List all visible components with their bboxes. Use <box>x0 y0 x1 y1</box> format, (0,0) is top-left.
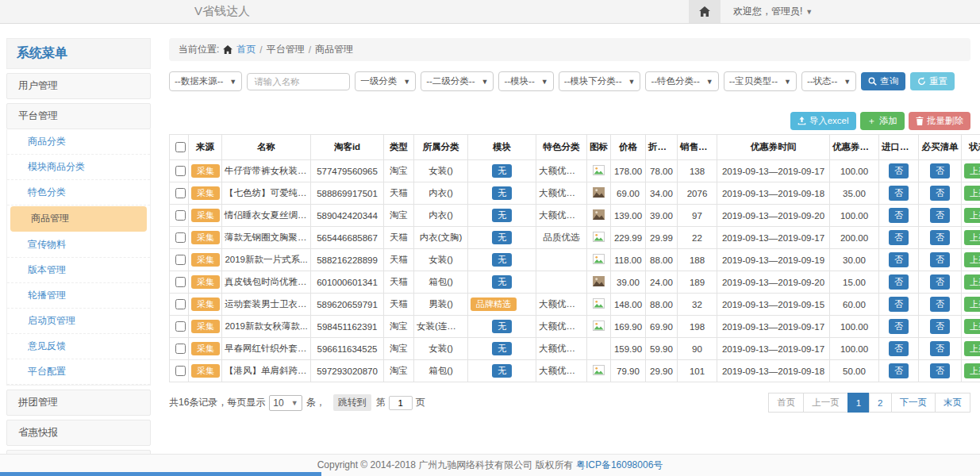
item-type-select[interactable]: --宝贝类型--▼ <box>724 71 797 91</box>
query-button[interactable]: 查询 <box>861 72 905 90</box>
sidebar-subitem-商品管理[interactable]: 商品管理 <box>10 206 147 232</box>
module-subcategory-select[interactable]: --模块下分类--▼ <box>559 71 641 91</box>
sidebar-subitem-特色分类[interactable]: 特色分类 <box>7 180 150 205</box>
page-button-首页[interactable]: 首页 <box>768 393 804 413</box>
column-header-特色分类: 特色分类 <box>536 135 587 160</box>
import-pick-toggle[interactable]: 否 <box>889 208 909 222</box>
page-button-上一页[interactable]: 上一页 <box>803 393 848 413</box>
must-buy-toggle[interactable]: 否 <box>930 230 950 244</box>
sidebar-subitem-宣传物料[interactable]: 宣传物料 <box>7 232 150 258</box>
data-source-select[interactable]: --数据来源--▼ <box>169 71 242 91</box>
must-buy-toggle[interactable]: 否 <box>930 252 950 267</box>
user-menu[interactable]: 欢迎您，管理员!▼ <box>721 5 813 18</box>
import-pick-toggle[interactable]: 否 <box>889 163 909 178</box>
row-checkbox[interactable] <box>175 299 186 309</box>
breadcrumb-home-link[interactable]: 首页 <box>236 43 256 56</box>
must-buy-toggle[interactable]: 否 <box>930 274 950 289</box>
module-select[interactable]: --模块--▼ <box>498 71 553 91</box>
horizontal-scrollbar-thumb[interactable] <box>0 472 321 476</box>
row-checkbox[interactable] <box>175 344 186 354</box>
must-buy-toggle[interactable]: 否 <box>930 186 950 200</box>
row-checkbox[interactable] <box>175 366 186 376</box>
sidebar-subitem-平台配置[interactable]: 平台配置 <box>7 359 150 385</box>
status-toggle[interactable]: 上架 <box>964 208 980 222</box>
import-pick-toggle[interactable]: 否 <box>889 319 909 333</box>
breadcrumb-separator: / <box>259 44 262 56</box>
import-pick-toggle[interactable]: 否 <box>889 186 909 200</box>
status-toggle[interactable]: 上架 <box>964 163 980 178</box>
import-pick-toggle[interactable]: 否 <box>889 230 909 244</box>
import-pick-toggle[interactable]: 否 <box>889 297 909 311</box>
row-checkbox[interactable] <box>175 277 186 287</box>
import-pick-toggle[interactable]: 否 <box>889 341 909 355</box>
column-header-优惠券时间: 优惠券时间 <box>717 135 830 160</box>
status-toggle[interactable]: 上架 <box>964 230 980 244</box>
feature-cell: 大额优惠券 <box>536 338 587 360</box>
must-buy-toggle[interactable]: 否 <box>930 208 950 222</box>
must-buy-toggle[interactable]: 否 <box>930 163 950 178</box>
page-number-input[interactable] <box>389 396 413 410</box>
feature-category-select[interactable]: --特色分类--▼ <box>645 71 718 91</box>
import-excel-button[interactable]: 导入excel <box>790 112 856 130</box>
level2-category-select[interactable]: --二级分类--▼ <box>421 71 494 91</box>
row-checkbox[interactable] <box>175 255 186 265</box>
column-header-状态: 状态 <box>962 135 980 160</box>
must-buy-toggle[interactable]: 否 <box>930 297 950 311</box>
sidebar-subitem-版本管理[interactable]: 版本管理 <box>7 258 150 283</box>
import-pick-toggle[interactable]: 否 <box>889 274 909 289</box>
sidebar-subitem-商品分类[interactable]: 商品分类 <box>7 129 150 155</box>
must-buy-toggle[interactable]: 否 <box>930 363 950 378</box>
status-toggle[interactable]: 上架 <box>964 341 980 355</box>
icp-link[interactable]: 粤ICP备16098006号 <box>576 459 663 472</box>
sidebar-item-平台管理[interactable]: 平台管理 <box>6 103 151 129</box>
status-toggle[interactable]: 上架 <box>964 297 980 311</box>
row-checkbox[interactable] <box>175 210 186 221</box>
add-button[interactable]: ＋ 添加 <box>860 112 905 130</box>
page-button-1[interactable]: 1 <box>847 393 870 413</box>
status-toggle[interactable]: 上架 <box>964 252 980 267</box>
row-checkbox[interactable] <box>175 188 186 198</box>
status-toggle[interactable]: 上架 <box>964 186 980 200</box>
must-buy-toggle[interactable]: 否 <box>930 341 950 355</box>
coupon-amount-cell: 50.00 <box>830 360 879 382</box>
table-header: 来源名称淘客id类型所属分类模块特色分类图标价格折后价销售数量优惠券时间优惠券金… <box>170 135 980 160</box>
jump-to-button[interactable]: 跳转到 <box>333 394 371 411</box>
name-search-input[interactable] <box>247 73 350 90</box>
sidebar-item-省惠快报[interactable]: 省惠快报 <box>6 420 151 446</box>
batch-delete-button[interactable]: 批量删除 <box>909 112 970 130</box>
status-select[interactable]: --状态--▼ <box>801 71 856 91</box>
must-buy-toggle[interactable]: 否 <box>930 319 950 333</box>
must-buy-cell: 否 <box>919 227 962 249</box>
import-pick-toggle[interactable]: 否 <box>889 252 909 267</box>
sidebar-subitem-意见反馈[interactable]: 意见反馈 <box>7 334 150 359</box>
module-cell: 无 <box>468 227 536 249</box>
page-button-下一页[interactable]: 下一页 <box>891 393 936 413</box>
reset-button[interactable]: 重置 <box>910 72 955 90</box>
home-button[interactable] <box>689 0 721 23</box>
row-checkbox[interactable] <box>175 166 186 176</box>
table-row: 采集运动套装男士卫衣初秋...589620659791天猫男装()品牌精选爱上运… <box>170 294 980 316</box>
sidebar-item-用户管理[interactable]: 用户管理 <box>6 73 151 99</box>
per-page-select[interactable]: 10▼ <box>269 395 302 411</box>
page-button-末页[interactable]: 末页 <box>935 393 970 413</box>
import-pick-toggle[interactable]: 否 <box>889 363 909 378</box>
select-all-checkbox[interactable] <box>175 142 186 152</box>
table-header-row: 来源名称淘客id类型所属分类模块特色分类图标价格折后价销售数量优惠券时间优惠券金… <box>170 135 980 160</box>
status-toggle[interactable]: 上架 <box>964 274 980 289</box>
breadcrumb-item-goods[interactable]: 商品管理 <box>315 43 353 56</box>
sidebar-subitem-模块商品分类[interactable]: 模块商品分类 <box>7 155 150 180</box>
chevron-down-icon: ▼ <box>541 78 548 86</box>
level1-category-select[interactable]: 一级分类▼ <box>355 71 416 91</box>
image-placeholder-icon <box>593 298 605 309</box>
status-toggle[interactable]: 上架 <box>964 319 980 333</box>
sidebar-subitem-轮播管理[interactable]: 轮播管理 <box>7 283 150 309</box>
row-checkbox[interactable] <box>175 232 186 243</box>
status-toggle[interactable]: 上架 <box>964 363 980 378</box>
page-button-2[interactable]: 2 <box>869 393 891 413</box>
import-pick-cell: 否 <box>879 227 919 249</box>
breadcrumb-item-platform[interactable]: 平台管理 <box>267 43 305 56</box>
row-checkbox[interactable] <box>175 321 186 332</box>
sidebar-subitem-启动页管理[interactable]: 启动页管理 <box>7 309 150 334</box>
sidebar-item-拼团管理[interactable]: 拼团管理 <box>6 390 151 416</box>
column-header-来源: 来源 <box>189 135 222 160</box>
